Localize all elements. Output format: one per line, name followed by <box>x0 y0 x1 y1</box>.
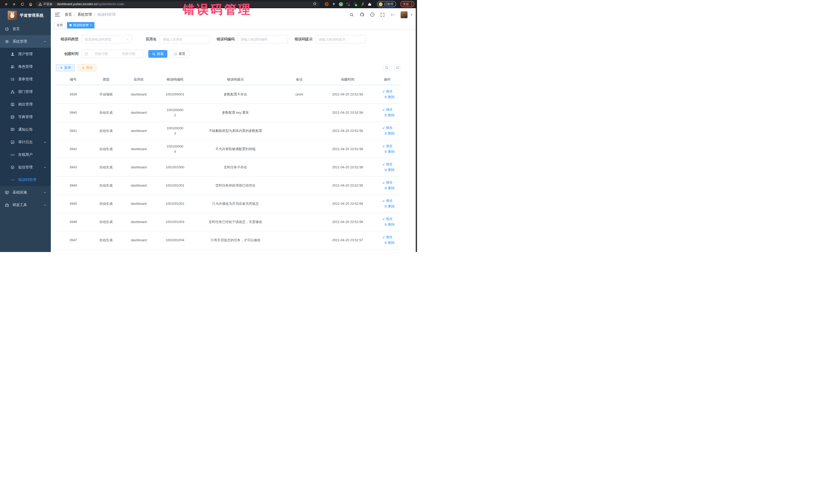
security-chip[interactable]: 不安全 <box>39 2 52 6</box>
delete-button[interactable]: 删除 <box>384 149 395 154</box>
sidebar-item-badge[interactable]: 岗位管理 <box>0 98 51 111</box>
font-size-icon[interactable]: TT <box>390 12 395 17</box>
error-type-select-input[interactable] <box>85 38 125 41</box>
app-logo[interactable]: 芋道管理系统 <box>0 8 51 23</box>
browser-menu-icon[interactable] <box>411 3 412 6</box>
fullscreen-icon[interactable] <box>380 12 385 17</box>
sidebar-toggle-icon[interactable] <box>55 13 60 17</box>
home-icon[interactable] <box>27 1 34 7</box>
delete-button[interactable]: 删除 <box>384 185 395 191</box>
sidebar-item-sms[interactable]: 短信管理 <box>0 161 51 174</box>
delete-button[interactable]: 删除 <box>384 131 395 136</box>
breadcrumb: 首页 / 系统管理 / 错误码管理 <box>65 12 115 17</box>
edit-button[interactable]: 修改 <box>382 125 393 130</box>
sidebar-item-book[interactable]: 字典管理 <box>0 111 51 123</box>
extension-grid-icon[interactable] <box>346 2 350 6</box>
sidebar-item-code[interactable]: </>错误码管理 <box>0 174 51 186</box>
end-date-placeholder[interactable]: 结束日期 <box>117 51 140 56</box>
sidebar-item-user[interactable]: 用户管理 <box>0 48 51 60</box>
extension-gem-icon[interactable] <box>332 2 336 6</box>
extension-orange-icon[interactable] <box>324 2 329 6</box>
sidebar-item-online[interactable]: ∞在线用户 <box>0 148 51 161</box>
chevron-up-icon <box>43 40 46 43</box>
url-path: /system/error-code <box>97 2 124 6</box>
table-row[interactable]: 3945 自动生成 dashboard 1001001002 只允许修改为开启或… <box>56 195 401 213</box>
sidebar-item-infra[interactable]: 基础设施 <box>0 186 51 199</box>
search-icon[interactable] <box>349 12 354 17</box>
extensions-puzzle-icon[interactable] <box>368 2 372 6</box>
edit-button[interactable]: 修改 <box>382 162 393 167</box>
table-row[interactable]: 3939 手动编辑 dashboard 1001000001 参数配置不存在 c… <box>56 85 401 104</box>
address-bar[interactable]: 不安全 dashboard.yudao.iocoder.cn/system/er… <box>36 1 320 7</box>
browser-update-button[interactable]: 更新 <box>400 1 414 7</box>
extension-green-check-icon[interactable] <box>339 2 343 6</box>
refresh-table-icon[interactable] <box>394 64 401 71</box>
error-type-select[interactable] <box>82 35 132 43</box>
edit-button[interactable]: 修改 <box>382 235 393 240</box>
help-icon[interactable]: ? <box>370 12 375 17</box>
sidebar-item-tools[interactable]: 研发工具 <box>0 199 51 211</box>
edit-button[interactable]: 修改 <box>382 89 393 94</box>
table-row[interactable]: 3943 自动生成 dashboard 1001001000 定时任务不存在 2… <box>56 158 401 177</box>
user-icon <box>10 52 15 56</box>
user-avatar[interactable] <box>400 11 408 18</box>
profile-paused-badge[interactable]: 已暂停 <box>377 1 396 7</box>
delete-button[interactable]: 删除 <box>384 240 395 245</box>
table-row[interactable]: 3942 自动生成 dashboard 100100000 4 不允许获取敏感配… <box>56 140 401 158</box>
sidebar-item-label: 部门管理 <box>18 90 51 94</box>
user-menu-caret-icon[interactable]: ▼ <box>410 13 413 16</box>
svg-text:on: on <box>355 5 357 6</box>
toggle-search-icon[interactable] <box>383 64 390 71</box>
add-button[interactable]: 新增 <box>56 64 75 71</box>
reset-button[interactable]: 重置 <box>170 50 189 58</box>
sidebar-item-dashboard[interactable]: 首页 <box>0 23 51 35</box>
edit-button[interactable]: 修改 <box>382 216 393 221</box>
error-hint-input[interactable] <box>319 38 363 41</box>
github-icon[interactable] <box>359 12 365 17</box>
table-row[interactable]: 3947 自动生成 dashboard 1001001004 只有开启状态的任务… <box>56 231 401 249</box>
bookmark-star-icon[interactable] <box>313 2 317 7</box>
breadcrumb-home[interactable]: 首页 <box>65 12 72 17</box>
search-button[interactable]: 搜索 <box>148 50 167 58</box>
date-range-picker[interactable]: 开始日期 - 结束日期 <box>82 50 143 58</box>
edit-button[interactable]: 修改 <box>382 144 393 149</box>
table-row[interactable]: 3946 自动生成 dashboard 1001001003 定时任务已经处于该… <box>56 213 401 231</box>
start-date-placeholder[interactable]: 开始日期 <box>90 51 113 56</box>
table-row[interactable]: 3948 自动生成 dashboard 1001001005 CRON 表达式不… <box>56 249 401 252</box>
delete-button[interactable]: 删除 <box>384 222 395 227</box>
annotation-title: 错误码管理 <box>183 2 252 18</box>
edit-button[interactable]: 修改 <box>382 180 393 185</box>
sidebar-item-gear[interactable]: 系统管理 <box>0 35 51 48</box>
delete-button[interactable]: 删除 <box>384 167 395 172</box>
breadcrumb-system[interactable]: 系统管理 <box>78 12 92 17</box>
delete-button[interactable]: 删除 <box>384 113 395 118</box>
delete-button[interactable]: 删除 <box>384 204 395 209</box>
table-row[interactable]: 3940 自动生成 dashboard 100100000 2 参数配置 key… <box>56 104 401 122</box>
sidebar-item-users[interactable]: 角色管理 <box>0 60 51 73</box>
edit-button[interactable]: 修改 <box>382 107 393 112</box>
sidebar-item-menu-list[interactable]: 菜单管理 <box>0 73 51 85</box>
error-code-input[interactable] <box>241 38 285 41</box>
error-code-table: 编号 类型 应用名 错误码编码 错误码提示 备注 创建时间 操作 3939 手动… <box>56 75 401 252</box>
edit-pencil-icon <box>382 236 385 239</box>
app-name-input[interactable] <box>163 38 207 41</box>
edit-pencil-icon <box>382 199 385 202</box>
delete-button[interactable]: 删除 <box>384 94 395 100</box>
edit-button[interactable]: 修改 <box>382 198 393 203</box>
sidebar-item-org-tree[interactable]: 部门管理 <box>0 85 51 98</box>
extension-key-icon[interactable] <box>360 2 365 6</box>
export-button[interactable]: 导出 <box>78 64 96 71</box>
back-icon[interactable] <box>3 1 9 7</box>
reload-icon[interactable] <box>19 1 26 7</box>
tab-error-code[interactable]: 错误码管理 × <box>67 22 94 28</box>
forward-icon[interactable] <box>11 1 18 7</box>
tab-home[interactable]: 首页 <box>54 22 65 28</box>
tab-close-icon[interactable]: × <box>90 24 92 27</box>
table-row[interactable]: 3941 自动生成 dashboard 100100000 3 不能删除类型为系… <box>56 122 401 140</box>
table-row[interactable]: 3944 自动生成 dashboard 1001001001 定时任务的处理器已… <box>56 177 401 195</box>
extension-tampermonkey-icon[interactable]: on <box>353 2 357 6</box>
sidebar-item-announcement[interactable]: 通知公告 <box>0 123 51 136</box>
filter-error-hint: 错误码提示 <box>290 35 366 43</box>
sidebar-item-log[interactable]: 审计日志 <box>0 136 51 148</box>
url-host: dashboard.yudao.iocoder.cn <box>57 2 97 6</box>
